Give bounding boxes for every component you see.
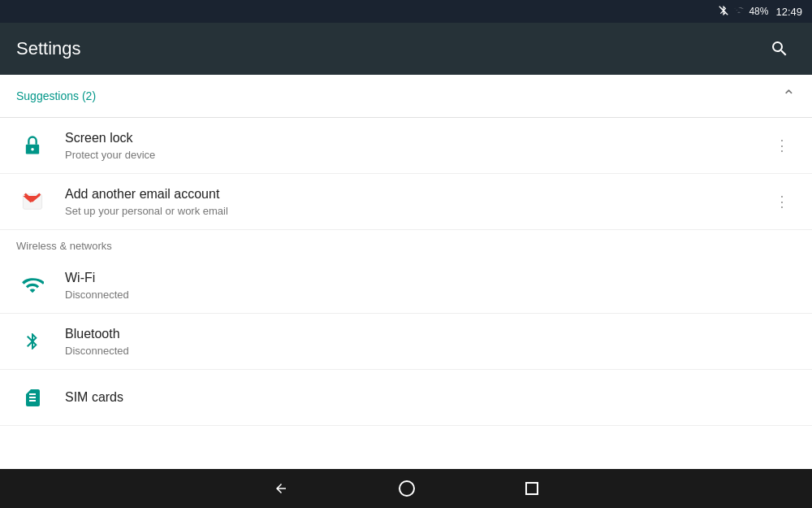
recent-button[interactable] <box>519 475 545 501</box>
wireless-section-divider: Wireless & networks <box>0 230 812 258</box>
suggestions-label: Suggestions (2) <box>16 89 96 102</box>
bluetooth-icon <box>16 325 49 358</box>
suggestions-chevron-icon: ⌃ <box>782 86 796 106</box>
page-title: Settings <box>16 38 81 59</box>
email-account-item[interactable]: Add another email account Set up your pe… <box>0 174 812 230</box>
search-icon <box>770 39 789 59</box>
home-button[interactable] <box>392 474 421 503</box>
screen-lock-text: Screen lock Protect your device <box>65 130 768 161</box>
settings-content: Suggestions (2) ⌃ Screen lock Protect yo… <box>0 75 812 469</box>
sim-cards-title: SIM cards <box>65 389 796 406</box>
wifi-title: Wi-Fi <box>65 270 796 287</box>
wifi-subtitle: Disconnected <box>65 289 796 301</box>
bluetooth-item[interactable]: Bluetooth Disconnected <box>0 314 812 370</box>
battery-percentage: 48% <box>749 6 768 17</box>
back-button[interactable] <box>267 475 295 502</box>
bluetooth-text: Bluetooth Disconnected <box>65 326 796 357</box>
email-account-title: Add another email account <box>65 186 768 203</box>
email-account-subtitle: Set up your personal or work email <box>65 205 768 217</box>
status-icons: 48% 12:49 <box>718 5 802 19</box>
svg-point-2 <box>31 148 34 151</box>
screen-lock-subtitle: Protect your device <box>65 149 768 161</box>
search-button[interactable] <box>763 33 796 65</box>
wifi-icon <box>16 269 49 302</box>
sim-cards-text: SIM cards <box>65 389 796 406</box>
navigation-bar <box>0 469 812 508</box>
email-account-more-icon[interactable]: ⋮ <box>768 186 796 217</box>
screen-lock-title: Screen lock <box>65 130 768 147</box>
gmail-icon <box>16 185 49 218</box>
sim-icon <box>16 381 49 414</box>
wifi-text: Wi-Fi Disconnected <box>65 270 796 301</box>
screen-lock-icon <box>16 129 49 162</box>
bluetooth-subtitle: Disconnected <box>65 345 796 357</box>
screen-lock-item[interactable]: Screen lock Protect your device ⋮ <box>0 118 812 174</box>
bluetooth-status-icon <box>718 5 729 19</box>
email-account-text: Add another email account Set up your pe… <box>65 186 768 217</box>
back-icon <box>274 481 288 496</box>
bluetooth-title: Bluetooth <box>65 326 796 343</box>
status-time: 12:49 <box>775 6 802 18</box>
sim-cards-item[interactable]: SIM cards <box>0 370 812 426</box>
home-icon <box>399 480 415 497</box>
status-bar: 48% 12:49 <box>0 0 812 23</box>
app-bar: Settings <box>0 23 812 75</box>
suggestions-section-header[interactable]: Suggestions (2) ⌃ <box>0 75 812 118</box>
wifi-item[interactable]: Wi-Fi Disconnected <box>0 258 812 314</box>
wireless-section-label: Wireless & networks <box>16 240 112 252</box>
screen-lock-more-icon[interactable]: ⋮ <box>768 130 796 161</box>
signal-status-icon <box>733 5 745 19</box>
recent-icon <box>525 482 538 495</box>
